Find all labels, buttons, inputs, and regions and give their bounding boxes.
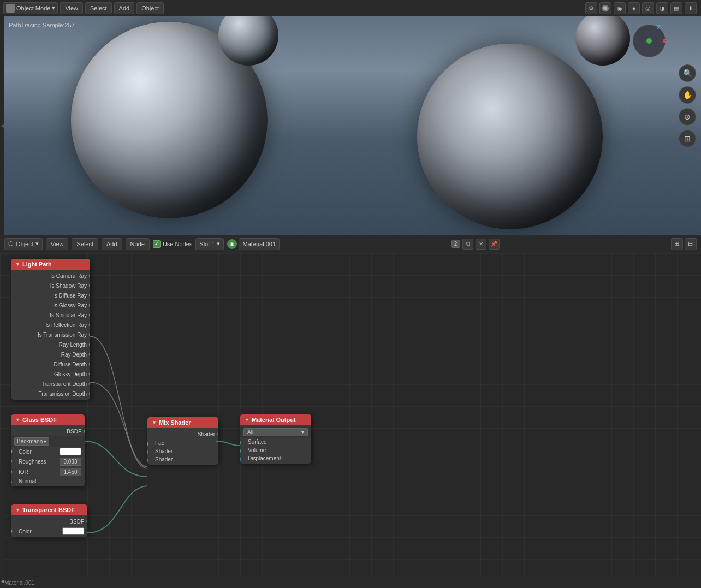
lp-diffuse-depth-socket: [88, 362, 90, 366]
collapse-arrow-transparent[interactable]: ▼: [15, 507, 20, 513]
transparent-bsdf-output-label: BSDF: [69, 519, 84, 525]
collapse-arrow[interactable]: ▼: [15, 262, 20, 267]
nav-move-btn[interactable]: ✋: [679, 86, 696, 104]
node-add-btn[interactable]: Add: [102, 238, 122, 250]
collapse-arrow-matout[interactable]: ▼: [245, 417, 249, 423]
glass-roughness-socket: [11, 459, 13, 464]
lp-ray-length-socket: [88, 342, 90, 347]
glass-roughness-val[interactable]: 0.033: [60, 458, 81, 466]
material-volume-label: Volume: [248, 447, 308, 453]
render-icon[interactable]: 🔘: [599, 2, 611, 14]
mix-shader-body: Shader Fac Shader Shader: [147, 428, 218, 465]
glass-ior-val[interactable]: 1.450: [60, 468, 81, 476]
material-output-body: All ▾ Surface Volume Displacement: [240, 425, 311, 464]
mix-shader1-socket: [147, 450, 149, 454]
glass-distribution-dropdown[interactable]: Beckmann ▾: [14, 437, 49, 446]
material-surface-label: Surface: [248, 439, 308, 445]
node-layout-btn[interactable]: ⊟: [685, 238, 697, 250]
node-node-btn[interactable]: Node: [126, 238, 150, 250]
chevron-down-icon: ▾: [52, 4, 55, 11]
light-path-node[interactable]: ▼ Light Path Is Camera Ray Is Shadow Ray…: [11, 259, 90, 400]
transparent-color-swatch[interactable]: [62, 527, 84, 535]
material-displacement-socket: [240, 457, 242, 461]
material-output-node[interactable]: ▼ Material Output All ▾ Surface Volume: [240, 414, 311, 464]
lp-glossy-ray-socket: [88, 303, 90, 307]
left-panel-arrow[interactable]: ◀: [1, 579, 4, 584]
view-menu-btn[interactable]: View: [60, 2, 83, 14]
select-menu-btn[interactable]: Select: [85, 2, 112, 14]
glass-normal-socket: [11, 480, 13, 484]
node-snap-btn[interactable]: ⊞: [671, 238, 683, 250]
material-copy-btn[interactable]: ⧉: [462, 239, 473, 250]
mix-shader-node[interactable]: ▼ Mix Shader Shader Fac Shader: [147, 417, 218, 465]
lp-ray-depth-label: Ray Depth: [61, 352, 87, 358]
axis-gizmo[interactable]: Z X: [630, 22, 668, 60]
lp-transmission-depth-row: Transmission Depth: [11, 389, 90, 399]
material-name-input[interactable]: Material.001: [239, 238, 280, 250]
lp-glossy-depth-socket: [88, 372, 90, 376]
shading-icon[interactable]: ◉: [614, 2, 626, 14]
material-volume-socket: [240, 449, 242, 453]
use-nodes-toggle[interactable]: ✓ Use Nodes: [153, 240, 192, 248]
pause-icon[interactable]: ⏸: [685, 2, 697, 14]
transparent-bsdf-node[interactable]: ▼ Transparent BSDF BSDF Color: [11, 504, 87, 537]
node-select-btn[interactable]: Select: [72, 238, 98, 250]
lp-transmission-ray-socket: [88, 332, 90, 337]
object-menu-btn[interactable]: Object: [136, 2, 164, 14]
slot-dropdown[interactable]: Slot 1 ▾: [195, 238, 224, 250]
nav-camera-btn[interactable]: 🔍: [679, 64, 696, 82]
material-pin-btn[interactable]: 📌: [489, 239, 500, 250]
transparent-bsdf-header: ▼ Transparent BSDF: [11, 504, 87, 515]
vp-left-arrow[interactable]: ◀: [1, 123, 4, 128]
lp-shadow-ray-row: Is Shadow Ray: [11, 281, 90, 290]
lp-reflection-ray-socket: [88, 323, 90, 327]
material-output-all-label: All: [247, 429, 253, 435]
glass-bsdf-node[interactable]: ▼ Glass BSDF BSDF Beckmann ▾ Color: [11, 414, 85, 486]
glass-color-swatch[interactable]: [60, 448, 81, 455]
glass-ior-row: IOR 1.450: [11, 467, 85, 477]
node-canvas[interactable]: ▼ Light Path Is Camera Ray Is Shadow Ray…: [0, 253, 701, 577]
lp-ray-length-row: Ray Length: [11, 340, 90, 349]
material-selector: ◉ Material.001: [227, 238, 280, 250]
collapse-arrow-mix[interactable]: ▼: [152, 420, 157, 425]
transparent-color-label: Color: [19, 528, 62, 534]
use-nodes-label: Use Nodes: [163, 241, 192, 247]
lp-transmission-ray-label: Is Transmission Ray: [38, 332, 87, 338]
viewport-3d[interactable]: View Object Mode ▾ View Select Add Objec…: [0, 0, 701, 235]
material-output-all-dropdown[interactable]: All ▾: [243, 428, 308, 436]
material-surface-row: Surface: [240, 438, 311, 446]
lp-singular-ray-row: Is Singular Ray: [11, 310, 90, 320]
mode-dropdown[interactable]: View Object Mode ▾: [3, 2, 58, 14]
glass-roughness-row: Roughness 0.033: [11, 456, 85, 467]
shading3-icon[interactable]: ◎: [642, 2, 654, 14]
collapse-arrow-glass[interactable]: ▼: [15, 417, 20, 423]
node-view-btn[interactable]: View: [46, 238, 69, 250]
nav-zoom-btn[interactable]: ⊞: [679, 130, 696, 147]
nav-orbit-btn[interactable]: ⊕: [679, 108, 696, 126]
add-menu-btn[interactable]: Add: [114, 2, 135, 14]
lp-diffuse-depth-row: Diffuse Depth: [11, 359, 90, 369]
light-path-title: Light Path: [22, 261, 52, 268]
use-nodes-checkbox[interactable]: ✓: [153, 240, 161, 248]
material-delete-btn[interactable]: ✕: [476, 239, 486, 250]
shading2-icon[interactable]: ●: [628, 2, 640, 14]
node-toolbar-right: 2 ⧉ ✕ 📌: [451, 239, 500, 250]
chevron-icon: ▾: [44, 438, 46, 444]
mix-shader2-socket: [147, 458, 149, 462]
material-output-header: ▼ Material Output: [240, 414, 311, 425]
node-editor-mode-dropdown[interactable]: ⬡ Object ▾: [4, 238, 43, 250]
mix-shader-output-row: Shader: [147, 429, 218, 439]
overlay-icon[interactable]: ▦: [670, 2, 682, 14]
shading4-icon[interactable]: ◑: [656, 2, 668, 14]
lp-glossy-ray-label: Is Glossy Ray: [53, 302, 87, 308]
mix-fac-row: Fac: [147, 439, 218, 447]
lp-camera-ray-row: Is Camera Ray: [11, 271, 90, 281]
chevron-down-icon: ▾: [301, 429, 304, 435]
glass-distribution-row: Beckmann ▾: [11, 436, 85, 447]
transparent-bsdf-body: BSDF Color: [11, 515, 87, 537]
camera-icon[interactable]: ⚙: [585, 2, 597, 14]
mix-fac-label: Fac: [155, 440, 215, 446]
glass-bsdf-output-row: BSDF: [11, 426, 85, 436]
glass-bsdf-title: Glass BSDF: [22, 417, 57, 423]
lp-shadow-ray-label: Is Shadow Ray: [50, 283, 87, 289]
